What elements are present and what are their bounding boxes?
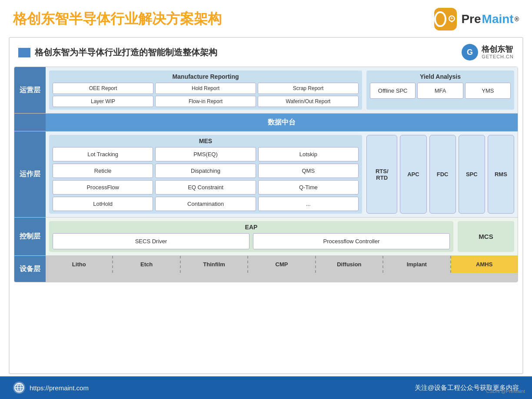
equip-layer-label: 设备层 xyxy=(14,256,46,282)
rts-apc: APC xyxy=(400,135,426,214)
footer-browser-icon xyxy=(13,382,25,394)
eap-grid: SECS Driver Processflow Controller xyxy=(53,233,450,249)
premaint-logo-text: PreMaint® xyxy=(461,12,519,26)
ops-layer-content: Manufacture Reporting OEE Report Hold Re… xyxy=(46,67,518,113)
equip-inner: Litho Etch Thinfilm CMP Diffusion Implan… xyxy=(46,256,518,273)
ctrl-inner: EAP SECS Driver Processflow Controller M… xyxy=(49,221,514,252)
manufacture-title: Manufacture Reporting xyxy=(53,73,359,80)
equip-layer-row: 设备层 Litho Etch Thinfilm CMP Diffusion Im… xyxy=(14,256,518,282)
rts-spc: SPC xyxy=(459,135,485,214)
report-grid: OEE Report Hold Report Scrap Report Laye… xyxy=(53,83,359,107)
getech-logo: G 格创东智 GETECH.CN xyxy=(462,44,514,60)
arch-diagram: 运营层 Manufacture Reporting OEE Report Hol… xyxy=(14,67,518,282)
mes-eq-constraint: EQ Constraint xyxy=(155,180,256,194)
ops-inner: Manufacture Reporting OEE Report Hold Re… xyxy=(49,70,514,110)
getech-icon: G xyxy=(462,44,478,60)
eap-section: EAP SECS Driver Processflow Controller xyxy=(49,221,453,252)
svg-text:G: G xyxy=(467,48,473,57)
ops-layer-label: 运营层 xyxy=(14,67,46,113)
ctrl-layer-row: 控制层 EAP SECS Driver Processflow Controll… xyxy=(14,218,518,256)
yield-grid: Offline SPC MFA YMS xyxy=(370,83,511,99)
sub-header: 格创东智为半导体行业打造的智能制造整体架构 G 格创东智 GETECH.CN xyxy=(10,38,522,67)
yield-yms: YMS xyxy=(465,83,511,99)
mes-q-time: Q-Time xyxy=(258,180,359,194)
report-item-flowin: Flow-in Report xyxy=(155,96,256,107)
rts-rtd: RTS/RTD xyxy=(366,135,397,214)
logo-area: PreMaint® xyxy=(434,8,519,30)
ops2-layer-label: 运作层 xyxy=(14,131,46,217)
mcs-label: MCS xyxy=(479,233,493,240)
data-platform-row: 数据中台 xyxy=(14,114,518,131)
mes-lot-tracking: Lot Tracking xyxy=(53,147,153,161)
manufacture-section: Manufacture Reporting OEE Report Hold Re… xyxy=(49,70,362,110)
mes-qms: QMS xyxy=(258,164,359,178)
mes-grid: Lot Tracking PMS(EQ) Lotskip Reticle Dis… xyxy=(53,147,359,211)
logo-reg: ® xyxy=(515,16,519,23)
mes-reticle: Reticle xyxy=(53,164,153,178)
yield-section: Yield Analysis Offline SPC MFA YMS xyxy=(366,70,514,110)
getech-text: 格创东智 GETECH.CN xyxy=(482,45,514,59)
main-content: 格创东智为半导体行业打造的智能制造整体架构 G 格创东智 GETECH.CN 运… xyxy=(9,37,523,374)
mes-pms-eq: PMS(EQ) xyxy=(155,147,256,161)
mes-title: MES xyxy=(53,137,359,144)
footer-left: https://premaint.com xyxy=(13,382,89,394)
mcs-section: MCS xyxy=(458,221,514,252)
mes-more: ... xyxy=(258,197,359,211)
mes-processflow: ProcessFlow xyxy=(53,180,153,194)
ctrl-layer-label: 控制层 xyxy=(14,218,46,255)
equip-diffusion: Diffusion xyxy=(316,256,383,273)
yield-mfa: MFA xyxy=(417,83,463,99)
equip-implant: Implant xyxy=(383,256,451,273)
ctrl-layer-content: EAP SECS Driver Processflow Controller M… xyxy=(46,218,518,255)
report-item-hold: Hold Report xyxy=(155,83,256,94)
ops2-layer-content: MES Lot Tracking PMS(EQ) Lotskip Reticle… xyxy=(46,131,518,217)
mes-contamination: Contamination xyxy=(155,197,256,211)
report-item-oee: OEE Report xyxy=(53,83,153,94)
svg-rect-2 xyxy=(451,21,452,22)
ops-layer-row: 运营层 Manufacture Reporting OEE Report Hol… xyxy=(14,67,518,114)
getech-cn: 格创东智 xyxy=(482,45,514,54)
rts-fdc: FDC xyxy=(429,135,456,214)
ops2-layer-row: 运作层 MES Lot Tracking PMS(EQ) Lotskip Ret… xyxy=(14,131,518,218)
getech-en: GETECH.CN xyxy=(482,54,514,59)
mes-section: MES Lot Tracking PMS(EQ) Lotskip Reticle… xyxy=(49,135,362,214)
eap-title: EAP xyxy=(53,224,450,231)
logo-maint: Maint xyxy=(482,12,514,26)
csdn-watermark: CSDN @PreMaint xyxy=(486,389,525,394)
equip-cmp: CMP xyxy=(248,256,316,273)
mes-lotskip: Lotskip xyxy=(258,147,359,161)
footer-url: https://premaint.com xyxy=(30,384,89,392)
eap-secs-driver: SECS Driver xyxy=(53,233,249,249)
rts-rms: RMS xyxy=(488,135,514,214)
rts-section: RTS/RTD APC FDC SPC RMS xyxy=(366,135,514,214)
footer: https://premaint.com 关注@设备工程公众号获取更多内容 xyxy=(0,376,532,399)
report-item-layer: Layer WIP xyxy=(53,96,153,107)
mes-lothold: LotHold xyxy=(53,197,153,211)
page-title: 格创东智半导体行业解决方案架构 xyxy=(13,10,222,29)
yield-offline-spc: Offline SPC xyxy=(370,83,416,99)
equip-etch: Etch xyxy=(113,256,180,273)
header: 格创东智半导体行业解决方案架构 PreMaint® xyxy=(0,0,532,35)
premaint-icon xyxy=(434,8,457,30)
equip-thinfilm: Thinfilm xyxy=(181,256,248,273)
data-platform-label-spacer xyxy=(14,114,46,131)
logo-pre: Pre xyxy=(461,12,481,26)
equip-litho: Litho xyxy=(46,256,113,273)
data-platform-text: 数据中台 xyxy=(46,114,518,131)
yield-title: Yield Analysis xyxy=(370,73,511,80)
equip-amhs: AMHS xyxy=(451,256,518,273)
ops2-inner: MES Lot Tracking PMS(EQ) Lotskip Reticle… xyxy=(49,135,514,214)
report-item-waferin: Waferin/Out Report xyxy=(258,96,359,107)
eap-processflow-controller: Processflow Controller xyxy=(253,233,450,249)
mes-dispatching: Dispatching xyxy=(155,164,256,178)
sub-header-title: 格创东智为半导体行业打造的智能制造整体架构 xyxy=(18,47,217,58)
report-item-scrap: Scrap Report xyxy=(258,83,359,94)
equip-layer-content: Litho Etch Thinfilm CMP Diffusion Implan… xyxy=(46,256,518,282)
